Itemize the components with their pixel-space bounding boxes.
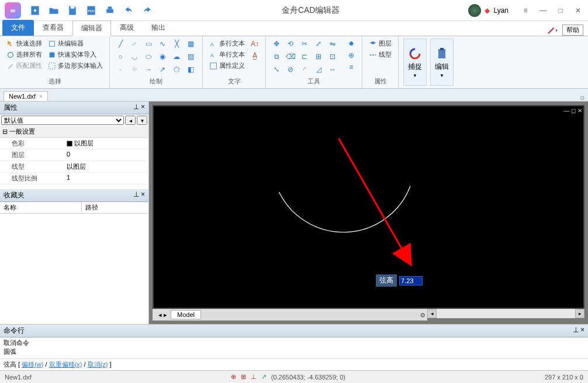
ellipse-icon[interactable]: ⬭: [143, 51, 154, 62]
ortho-icon[interactable]: ⊥: [251, 373, 257, 381]
scale-icon[interactable]: ⤡: [271, 64, 282, 75]
properties-dropdown[interactable]: 默认值: [1, 116, 124, 125]
multipoint-icon[interactable]: ⁘: [129, 64, 140, 75]
undo-icon[interactable]: [123, 5, 134, 16]
spiral-icon[interactable]: ◉: [157, 51, 168, 62]
snap-icon[interactable]: ⊕: [231, 373, 236, 381]
tab-output[interactable]: 输出: [143, 20, 174, 36]
tab-file[interactable]: 文件: [2, 20, 34, 36]
user-area[interactable]: ◆ Lyan: [468, 4, 509, 17]
text-style-icon[interactable]: A↕: [249, 39, 261, 49]
print-icon[interactable]: [104, 5, 116, 16]
tab-close-icon[interactable]: ×: [39, 93, 43, 100]
polar-icon[interactable]: ↗: [261, 373, 267, 381]
rotate-icon[interactable]: ⟲: [285, 39, 296, 49]
pin-icon[interactable]: ⊥ ×: [573, 326, 584, 336]
layer-button[interactable]: 图层: [367, 39, 393, 48]
xline-icon[interactable]: ╳: [171, 39, 182, 49]
close-button[interactable]: ✕: [573, 5, 583, 16]
cmd-option-offset[interactable]: 偏移(w): [22, 361, 43, 368]
mirror-icon[interactable]: ⇋: [327, 39, 338, 49]
scroll-left-icon[interactable]: ◂: [427, 309, 437, 318]
single-text-button[interactable]: A单行文本: [207, 50, 247, 60]
brush-dropdown-icon[interactable]: [546, 26, 559, 35]
redo-icon[interactable]: [141, 5, 153, 16]
prop-row-color[interactable]: 色彩 以图层: [0, 138, 148, 149]
group-icon[interactable]: ⊞: [313, 51, 324, 62]
line-icon[interactable]: ╱: [115, 39, 126, 49]
fav-col-name[interactable]: 名称: [0, 202, 82, 213]
tab-advanced[interactable]: 高级: [111, 20, 143, 36]
arc-icon[interactable]: ◡: [129, 51, 140, 62]
linetype-button[interactable]: 线型: [367, 50, 393, 60]
move-icon[interactable]: ✥: [271, 39, 282, 49]
polyline-icon[interactable]: ⟋: [129, 39, 140, 49]
menu-button[interactable]: ≡: [520, 5, 531, 16]
attr-def-button[interactable]: 属性定义: [207, 61, 247, 71]
command-input-line[interactable]: 弦高 [ 偏移(w) / 双重偏移(x) / 取消(z) ]: [0, 358, 588, 370]
scroll-right-icon[interactable]: ▸: [575, 309, 584, 318]
explode-icon[interactable]: ✸: [345, 39, 357, 49]
text-height-icon[interactable]: A̲: [249, 50, 261, 61]
circle-icon[interactable]: ○: [115, 51, 126, 62]
prop-row-ltscale[interactable]: 线型比例1: [0, 173, 148, 184]
prop-row-linetype[interactable]: 线型以图层: [0, 161, 148, 173]
pdf-icon[interactable]: PDF: [85, 5, 97, 16]
align-icon[interactable]: ≡: [345, 62, 357, 72]
edit-button[interactable]: 编辑 ▼: [430, 39, 454, 86]
help-button[interactable]: 帮助: [562, 25, 583, 36]
prop-section-general[interactable]: ⊟ 一般设置: [0, 126, 148, 138]
user-avatar[interactable]: [468, 4, 481, 17]
prop-row-layer[interactable]: 图层0: [0, 149, 148, 161]
block-editor-button[interactable]: 块编辑器: [46, 39, 105, 48]
chamfer-icon[interactable]: ◿: [313, 64, 324, 75]
quick-entity-import-button[interactable]: 快速实体导入: [46, 50, 105, 60]
tab-editor[interactable]: 编辑器: [72, 20, 111, 36]
model-tab[interactable]: Model: [171, 310, 201, 319]
tabs-dropdown-icon[interactable]: ⊙: [580, 95, 584, 101]
fill-icon[interactable]: ▨: [185, 51, 196, 62]
trim-icon[interactable]: ✂: [299, 39, 310, 49]
revcloud-icon[interactable]: ☁: [171, 51, 182, 62]
spline-icon[interactable]: ∿: [157, 39, 168, 49]
fav-col-path[interactable]: 路径: [82, 202, 102, 213]
cmd-option-cancel[interactable]: 取消(z): [88, 361, 108, 368]
fillet-icon[interactable]: ◜: [299, 64, 310, 75]
drawing-canvas[interactable]: — ◻ ✕ 弦高: [153, 105, 584, 309]
polygon-entity-input-button[interactable]: 多边形实体输入: [46, 61, 105, 71]
array-icon[interactable]: ⊡: [327, 51, 338, 62]
capture-button[interactable]: 捕捉 ▼: [403, 39, 427, 86]
leader-icon[interactable]: ↗: [157, 64, 168, 75]
break-icon[interactable]: ⊘: [285, 64, 296, 75]
open-folder-icon[interactable]: [48, 5, 60, 16]
offset-icon[interactable]: ⊏: [299, 51, 310, 62]
select-all-button[interactable]: 选择所有: [5, 50, 44, 60]
copy-icon[interactable]: ⧉: [271, 51, 282, 62]
multiline-text-button[interactable]: A多行文本: [207, 39, 247, 48]
ray-icon[interactable]: →: [143, 64, 154, 75]
stretch-icon[interactable]: ↔: [327, 64, 338, 75]
document-tab[interactable]: New1.dxf ×: [4, 91, 48, 101]
pin-icon[interactable]: ⊥ ×: [133, 103, 145, 113]
point-icon[interactable]: ·: [115, 64, 126, 75]
model-tabs-menu-icon[interactable]: ⊙: [420, 312, 425, 318]
hatch-icon[interactable]: ▦: [185, 39, 196, 49]
region-icon[interactable]: ◧: [185, 64, 196, 75]
cmd-option-double-offset[interactable]: 双重偏移(x): [49, 361, 82, 368]
chord-height-input[interactable]: [399, 276, 423, 285]
polygon-icon[interactable]: ⬠: [171, 64, 182, 75]
minimize-button[interactable]: —: [538, 5, 548, 16]
dropdown-arrow-left[interactable]: ◂: [125, 116, 136, 125]
horizontal-scrollbar[interactable]: ◂ ▸: [427, 309, 584, 318]
quick-select-button[interactable]: 快速选择: [5, 39, 44, 48]
tab-viewer[interactable]: 查看器: [34, 20, 72, 36]
rect-icon[interactable]: ▭: [143, 39, 154, 49]
pin-icon[interactable]: ⊥ ×: [133, 190, 145, 200]
maximize-button[interactable]: □: [555, 5, 566, 16]
grid-icon[interactable]: ⊞: [241, 373, 246, 381]
join-icon[interactable]: ⊕: [345, 50, 357, 61]
dropdown-arrow-down[interactable]: ▾: [137, 116, 147, 125]
erase-icon[interactable]: ⌫: [285, 51, 296, 62]
match-attr-button[interactable]: 匹配属性: [5, 61, 44, 71]
extend-icon[interactable]: ⤢: [313, 39, 324, 49]
